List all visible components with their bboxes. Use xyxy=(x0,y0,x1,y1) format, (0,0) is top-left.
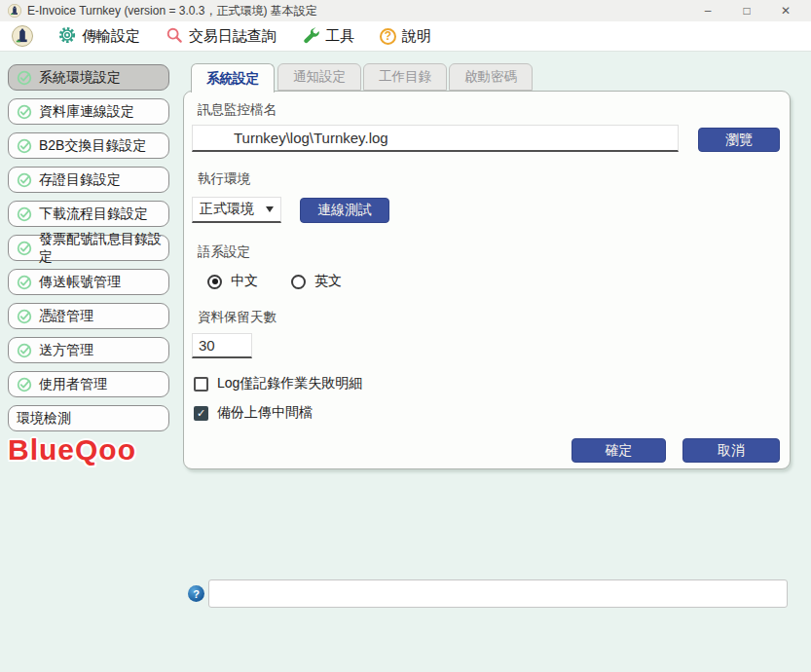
sidebar-item-label: 存證目錄設定 xyxy=(39,171,121,189)
checkbox-unchecked-icon xyxy=(194,377,208,392)
check-circle-icon xyxy=(17,343,32,358)
sidebar-item-archive-dir-settings[interactable]: 存證目錄設定 xyxy=(8,167,169,193)
radio-off-icon xyxy=(291,275,306,289)
sidebar-item-label: 下載流程目錄設定 xyxy=(39,205,148,223)
monitor-file-label: 訊息監控檔名 xyxy=(198,101,276,119)
check-circle-icon xyxy=(17,70,32,86)
menu-item-transfer-settings[interactable]: 傳輸設定 xyxy=(58,26,140,47)
sidebar-item-label: B2B交換目錄設定 xyxy=(39,137,146,155)
connection-test-button[interactable]: 連線測試 xyxy=(300,198,389,223)
checkbox-checked-icon: ✓ xyxy=(194,406,208,421)
sidebar-item-label: 使用者管理 xyxy=(39,376,107,393)
gear-icon xyxy=(58,26,76,47)
minimize-button[interactable]: – xyxy=(688,0,727,21)
radio-label: 中文 xyxy=(231,273,258,290)
tab-notification-settings[interactable]: 通知設定 xyxy=(277,63,361,91)
sidebar-item-environment-check[interactable]: 環境檢測 xyxy=(8,405,169,431)
sidebar-item-certificate-mgmt[interactable]: 憑證管理 xyxy=(8,303,169,329)
menu-label: 工具 xyxy=(325,27,354,46)
menu-item-help[interactable]: ? 說明 xyxy=(380,27,431,46)
wrench-icon xyxy=(302,26,319,47)
check-circle-icon xyxy=(17,377,32,392)
sidebar-item-label: 憑證管理 xyxy=(39,308,93,325)
app-window: E-Invoice Turnkey (version = 3.0.3，正式環境)… xyxy=(0,0,811,672)
check-circle-icon xyxy=(17,241,32,256)
sidebar-item-b2b-exchange-dir-settings[interactable]: B2B交換目錄設定 xyxy=(8,132,169,159)
tab-system-settings[interactable]: 系統設定 xyxy=(191,63,275,93)
checkbox-label: 備份上傳中間檔 xyxy=(217,404,313,422)
retention-days-input[interactable] xyxy=(192,333,252,358)
sidebar-item-label: 發票配號訊息目錄設定 xyxy=(39,231,168,266)
sidebar-item-label: 送方管理 xyxy=(39,342,93,359)
runtime-env-select[interactable]: 正式環境 xyxy=(192,197,281,223)
tab-working-directory[interactable]: 工作目錄 xyxy=(363,63,447,91)
sidebar-item-label: 傳送帳號管理 xyxy=(39,274,121,291)
ok-button[interactable]: 確定 xyxy=(571,438,666,463)
retention-days-label: 資料保留天數 xyxy=(198,309,276,326)
sidebar-item-db-connection-settings[interactable]: 資料庫連線設定 xyxy=(8,98,169,125)
window-controls: – □ ✕ xyxy=(688,0,805,21)
footer-message-input[interactable] xyxy=(208,579,788,608)
monitor-file-input[interactable] xyxy=(192,125,679,152)
menubar: 傳輸設定 交易日誌查詢 工具 ? 說明 xyxy=(0,21,811,52)
menu-item-tools[interactable]: 工具 xyxy=(302,26,354,47)
sidebar-item-user-mgmt[interactable]: 使用者管理 xyxy=(8,371,169,397)
check-circle-icon xyxy=(17,206,32,222)
titlebar: E-Invoice Turnkey (version = 3.0.3，正式環境)… xyxy=(0,0,811,21)
checkbox-backup-upload-temp[interactable]: ✓ 備份上傳中間檔 xyxy=(194,404,313,422)
chevron-down-icon xyxy=(266,206,274,212)
menu-label: 傳輸設定 xyxy=(82,27,140,46)
checkbox-log-failures-only[interactable]: Log僅記錄作業失敗明細 xyxy=(194,375,362,392)
sidebar-item-download-flow-dir-settings[interactable]: 下載流程目錄設定 xyxy=(8,201,169,227)
footer-help-icon[interactable]: ? xyxy=(188,585,204,602)
close-button[interactable]: ✕ xyxy=(766,0,805,21)
runtime-env-value: 正式環境 xyxy=(200,201,254,218)
sidebar-item-sender-mgmt[interactable]: 送方管理 xyxy=(8,337,169,363)
radio-label: 英文 xyxy=(314,273,342,290)
blueqoo-logo: BlueQoo xyxy=(8,433,136,467)
settings-panel: 訊息監控檔名 瀏覽 執行環境 正式環境 連線測試 語系設定 中文 英文 資料保留… xyxy=(183,91,791,469)
checkbox-label: Log僅記錄作業失敗明細 xyxy=(217,375,362,392)
runtime-env-label: 執行環境 xyxy=(198,170,250,188)
sidebar-item-send-account-mgmt[interactable]: 傳送帳號管理 xyxy=(8,269,169,295)
radio-chinese[interactable]: 中文 xyxy=(207,273,258,290)
sidebar-item-label: 環境檢測 xyxy=(17,410,71,428)
app-icon xyxy=(8,4,21,18)
sidebar-item-label: 資料庫連線設定 xyxy=(39,103,134,121)
help-icon: ? xyxy=(380,28,396,45)
browse-button[interactable]: 瀏覽 xyxy=(698,128,780,152)
menu-label: 說明 xyxy=(402,27,431,46)
check-circle-icon xyxy=(17,138,32,154)
app-badge-icon xyxy=(12,25,33,47)
menu-item-transaction-log-query[interactable]: 交易日誌查詢 xyxy=(166,26,276,47)
language-label: 語系設定 xyxy=(198,243,250,261)
cancel-button[interactable]: 取消 xyxy=(682,438,780,463)
sidebar-item-invoice-number-msg-dir-settings[interactable]: 發票配號訊息目錄設定 xyxy=(8,235,169,261)
window-title: E-Invoice Turnkey (version = 3.0.3，正式環境)… xyxy=(27,3,317,19)
check-circle-icon xyxy=(17,275,32,290)
search-icon xyxy=(166,26,183,47)
menu-label: 交易日誌查詢 xyxy=(189,27,276,46)
check-circle-icon xyxy=(17,309,32,324)
language-radio-group: 中文 英文 xyxy=(207,273,342,290)
maximize-button[interactable]: □ xyxy=(727,0,766,21)
sidebar-item-system-env-settings[interactable]: 系統環境設定 xyxy=(8,64,169,91)
sidebar-item-label: 系統環境設定 xyxy=(39,69,121,87)
check-circle-icon xyxy=(17,172,32,188)
check-circle-icon xyxy=(17,104,32,120)
radio-english[interactable]: 英文 xyxy=(291,273,342,290)
tab-startup-password[interactable]: 啟動密碼 xyxy=(449,63,533,91)
radio-on-icon xyxy=(207,275,222,289)
